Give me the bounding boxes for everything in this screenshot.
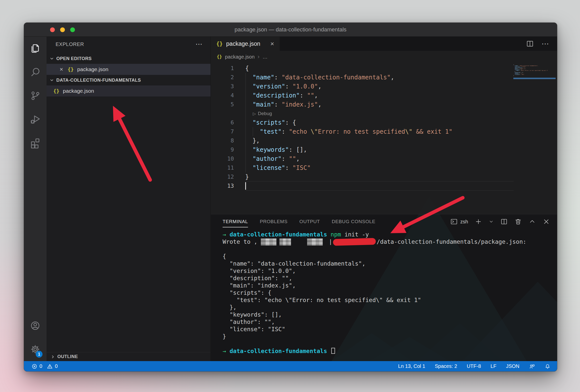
explorer-sidebar: EXPLORER ⋯ OPEN EDITORS × {} package.jso… — [47, 37, 211, 361]
code-token: : [], — [289, 146, 307, 153]
codelens-debug[interactable]: ▷Debug — [211, 109, 557, 118]
terminal-token: /data-collection-fundamentals/package.js… — [377, 238, 526, 246]
explorer-more-actions-icon[interactable]: ⋯ — [195, 42, 203, 47]
code-token: "" — [289, 155, 296, 162]
feedback-icon[interactable] — [529, 363, 535, 369]
terminal-content[interactable]: → data-collection-fundamentals npm init … — [211, 229, 557, 361]
status-item-spaces-2[interactable]: Spaces: 2 — [435, 363, 457, 369]
minimap[interactable]: { "name": "data-collection-fundamentals"… — [513, 64, 556, 79]
panel-tab-output[interactable]: OUTPUT — [299, 214, 320, 229]
activity-extensions[interactable] — [24, 131, 47, 155]
warning-count: 0 — [55, 363, 58, 369]
terminal-icon — [450, 218, 458, 225]
activity-explorer[interactable] — [24, 37, 47, 60]
code-text: "name": "data-collection-fundamentals", — [245, 73, 394, 82]
status-item-utf-8[interactable]: UTF-8 — [467, 363, 481, 369]
maximize-panel-chevron-up-icon[interactable] — [528, 218, 536, 225]
terminal-line: "version": "1.0.0", — [223, 267, 557, 275]
activity-settings[interactable]: 1 — [24, 337, 47, 361]
editor-code-area[interactable]: 1{2 "name": "data-collection-fundamental… — [211, 63, 557, 214]
close-panel-icon[interactable] — [543, 218, 550, 225]
text-cursor — [245, 182, 246, 190]
line-number: 4 — [211, 91, 234, 100]
sidebar-title: EXPLORER — [56, 41, 84, 47]
close-tab-icon[interactable]: × — [270, 40, 274, 48]
split-editor-icon[interactable] — [526, 40, 534, 48]
new-terminal-icon[interactable] — [475, 218, 482, 225]
code-line: 10 "author": "", — [211, 154, 557, 163]
breadcrumb-file[interactable]: package.json — [225, 54, 255, 60]
problems-status[interactable]: 0 0 — [31, 363, 58, 369]
notifications-bell-icon[interactable] — [545, 363, 551, 369]
minimap-token: Error: no test specified — [525, 70, 540, 71]
terminal-prompt: → data-collection-fundamentals — [223, 348, 557, 355]
traffic-lights — [50, 23, 75, 37]
tab-package-json[interactable]: {} package.json × — [211, 37, 280, 51]
open-editors-section-header[interactable]: OPEN EDITORS — [47, 53, 211, 64]
line-number: 6 — [211, 118, 234, 127]
titlebar[interactable]: package.json — data-collection-fundament… — [24, 23, 557, 37]
json-file-icon: {} — [53, 88, 59, 94]
code-token: \" — [405, 128, 412, 135]
code-token: "main" — [253, 101, 274, 108]
code-text: } — [245, 172, 249, 181]
code-token: "keywords" — [253, 146, 289, 153]
chevron-down-icon[interactable] — [489, 219, 494, 224]
code-token: "scripts" — [253, 119, 285, 126]
activity-search[interactable] — [24, 60, 47, 84]
terminal-line: { — [223, 253, 557, 260]
open-editor-filename: package.json — [77, 66, 108, 72]
terminal-line: "test": "echo \"Error: no test specified… — [223, 297, 557, 304]
panel-tab-problems[interactable]: PROBLEMS — [260, 214, 287, 229]
line-number: 8 — [211, 136, 234, 145]
status-item-ln-13-col-1[interactable]: Ln 13, Col 1 — [398, 363, 425, 369]
redaction-gap — [276, 242, 279, 242]
code-text: "author": "", — [245, 154, 300, 163]
code-token: , — [314, 92, 318, 99]
line-number: 13 — [211, 181, 234, 190]
editor-more-actions-icon[interactable]: ⋯ — [542, 42, 550, 45]
code-token: , — [318, 83, 321, 90]
vscode-window: package.json — data-collection-fundament… — [24, 23, 557, 371]
json-file-icon: {} — [217, 54, 222, 59]
activity-source-control[interactable] — [24, 84, 47, 108]
search-icon — [29, 66, 41, 78]
status-item-lf[interactable]: LF — [490, 363, 496, 369]
code-token: : — [282, 155, 289, 162]
zoom-window-button[interactable] — [70, 27, 75, 32]
indent-guide — [253, 127, 253, 136]
code-token: "echo — [289, 128, 311, 135]
breadcrumb[interactable]: {} package.json › … — [211, 51, 557, 63]
code-token: "1.0.0" — [293, 83, 318, 90]
activity-bar: 1 — [24, 37, 47, 361]
code-token — [245, 92, 253, 99]
file-item-package-json[interactable]: {} package.json — [47, 85, 211, 96]
warning-icon — [47, 363, 53, 369]
panel-tab-debug-console[interactable]: DEBUG CONSOLE — [332, 214, 376, 229]
chevron-right-icon — [51, 355, 55, 359]
code-token — [245, 119, 253, 126]
activity-run-debug[interactable] — [24, 108, 47, 131]
open-editor-item-package-json[interactable]: × {} package.json — [47, 64, 211, 75]
panel-tab-terminal[interactable]: TERMINAL — [223, 214, 248, 229]
outline-section-header[interactable]: OUTLINE — [47, 352, 211, 361]
activity-accounts[interactable] — [24, 314, 47, 337]
terminal-line: "description": "", — [223, 275, 557, 282]
minimize-window-button[interactable] — [60, 27, 65, 32]
line-number: 3 — [211, 82, 234, 91]
breadcrumb-ellipsis[interactable]: … — [263, 54, 268, 60]
code-token: : { — [285, 119, 296, 126]
terminal-token: → — [223, 231, 230, 238]
terminal-shell-selector[interactable]: zsh — [450, 218, 468, 225]
terminal-line: → data-collection-fundamentals npm init … — [223, 231, 557, 238]
current-line-highlight — [245, 181, 514, 191]
workspace-section-header[interactable]: DATA-COLLECTION-FUNDAMENTALS — [47, 75, 211, 85]
code-line: 13 — [211, 181, 557, 190]
close-editor-icon[interactable]: × — [60, 66, 63, 73]
line-number: 2 — [211, 73, 234, 82]
close-window-button[interactable] — [50, 27, 55, 32]
status-item-json[interactable]: JSON — [506, 363, 519, 369]
kill-terminal-trash-icon[interactable] — [514, 218, 522, 225]
split-terminal-icon[interactable] — [500, 218, 508, 225]
code-token — [245, 83, 253, 90]
